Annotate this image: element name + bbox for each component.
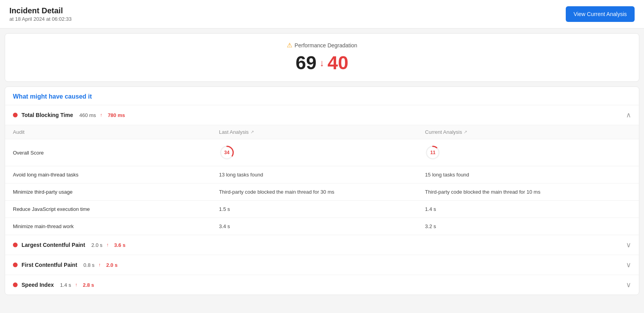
last-analysis-cell: 13 long tasks found — [219, 172, 425, 178]
metric-row-total-blocking-time[interactable]: Total Blocking Time 460 ms ↑ 780 ms ∧ — [5, 105, 639, 125]
current-analysis-score-cell: 11 — [425, 145, 631, 160]
red-dot-icon — [13, 263, 18, 267]
last-analysis-cell: Third-party code blocked the main thread… — [219, 189, 425, 195]
metric-row-fcp[interactable]: First Contentful Paint 0.8 s ↑ 2.0 s ∨ — [5, 255, 639, 275]
last-analysis-cell: 1.5 s — [219, 206, 425, 212]
header-subtitle: at 18 April 2024 at 06:02:33 — [9, 16, 72, 22]
metric-row-lcp[interactable]: Largest Contentful Paint 2.0 s ↑ 3.6 s ∨ — [5, 235, 639, 255]
metric-baseline: 0.8 s — [83, 262, 94, 268]
current-analysis-ext-link-icon: ↗ — [464, 130, 467, 135]
score-down-arrow: ↓ — [320, 58, 324, 68]
metric-up-arrow: ↑ — [100, 112, 102, 118]
audit-cell-overall-score: Overall Score — [13, 150, 219, 156]
table-row: Overall Score 34 — [5, 139, 639, 166]
current-score-gauge-value: 11 — [430, 150, 435, 155]
score-values: 69 ↓ 40 — [13, 52, 631, 74]
metric-left: First Contentful Paint 0.8 s ↑ 2.0 s — [13, 262, 117, 268]
current-analysis-header-cell: Current Analysis ↗ — [425, 129, 631, 135]
current-analysis-cell: 3.2 s — [425, 223, 631, 229]
header: Incident Detail at 18 April 2024 at 06:0… — [0, 0, 644, 29]
audit-header-cell: Audit — [13, 129, 219, 135]
view-current-analysis-button[interactable]: View Current Analysis — [566, 6, 635, 22]
new-score: 40 — [327, 52, 348, 74]
metric-baseline: 1.4 s — [60, 282, 71, 288]
metric-name: First Contentful Paint — [22, 262, 77, 268]
red-dot-icon — [13, 243, 18, 247]
metric-name: Total Blocking Time — [22, 112, 73, 118]
table-row: Minimize main-thread work 3.4 s 3.2 s — [5, 218, 639, 235]
chevron-down-icon: ∨ — [626, 261, 631, 269]
audit-cell: Avoid long main-thread tasks — [13, 172, 219, 178]
metric-current-value: 780 ms — [108, 112, 125, 118]
chevron-down-icon: ∨ — [626, 241, 631, 249]
old-score: 69 — [296, 52, 317, 74]
audit-cell: Minimize third-party usage — [13, 189, 219, 195]
chevron-up-icon: ∧ — [626, 111, 631, 119]
last-analysis-cell: 3.4 s — [219, 223, 425, 229]
main-panel: What might have caused it Total Blocking… — [5, 86, 639, 295]
last-analysis-score-cell: 34 — [219, 145, 425, 160]
page-title: Incident Detail — [9, 6, 72, 15]
header-left: Incident Detail at 18 April 2024 at 06:0… — [9, 6, 72, 22]
metric-left: Speed Index 1.4 s ↑ 2.8 s — [13, 282, 94, 288]
table-header-row: Audit Last Analysis ↗ Current Analysis ↗ — [5, 125, 639, 139]
table-row: Minimize third-party usage Third-party c… — [5, 183, 639, 201]
current-analysis-cell: 15 long tasks found — [425, 172, 631, 178]
metric-left: Largest Contentful Paint 2.0 s ↑ 3.6 s — [13, 242, 126, 248]
score-card: ⚠ Performance Degradation 69 ↓ 40 — [5, 33, 639, 82]
metric-name: Largest Contentful Paint — [22, 242, 85, 248]
metric-current-value: 2.0 s — [106, 262, 118, 268]
current-analysis-cell: Third-party code blocked the main thread… — [425, 189, 631, 195]
metric-baseline: 2.0 s — [92, 242, 103, 248]
page-wrapper: Incident Detail at 18 April 2024 at 06:0… — [0, 0, 644, 313]
metric-baseline: 460 ms — [79, 112, 96, 118]
chevron-down-icon: ∨ — [626, 281, 631, 289]
score-label: ⚠ Performance Degradation — [13, 41, 631, 49]
metric-name: Speed Index — [22, 282, 54, 288]
last-score-gauge-value: 34 — [224, 150, 229, 155]
metric-up-arrow: ↑ — [99, 262, 101, 268]
table-row: Reduce JavaScript execution time 1.5 s 1… — [5, 201, 639, 218]
current-score-gauge: 11 — [425, 145, 441, 160]
metric-up-arrow: ↑ — [75, 282, 77, 288]
audit-cell: Minimize main-thread work — [13, 223, 219, 229]
table-row: Avoid long main-thread tasks 13 long tas… — [5, 166, 639, 183]
red-dot-icon — [13, 282, 18, 287]
red-dot-icon — [13, 113, 18, 117]
last-analysis-header-cell: Last Analysis ↗ — [219, 129, 425, 135]
metric-row-speed-index[interactable]: Speed Index 1.4 s ↑ 2.8 s ∨ — [5, 275, 639, 295]
last-score-gauge: 34 — [219, 145, 235, 160]
audit-table: Audit Last Analysis ↗ Current Analysis ↗… — [5, 125, 639, 235]
current-analysis-cell: 1.4 s — [425, 206, 631, 212]
metric-current-value: 3.6 s — [114, 242, 126, 248]
causes-section-title: What might have caused it — [5, 87, 639, 105]
metric-current-value: 2.8 s — [83, 282, 94, 288]
metric-up-arrow: ↑ — [106, 242, 109, 248]
audit-cell: Reduce JavaScript execution time — [13, 206, 219, 212]
metric-left: Total Blocking Time 460 ms ↑ 780 ms — [13, 112, 125, 118]
warning-icon: ⚠ — [287, 41, 292, 49]
last-analysis-ext-link-icon: ↗ — [250, 130, 254, 135]
